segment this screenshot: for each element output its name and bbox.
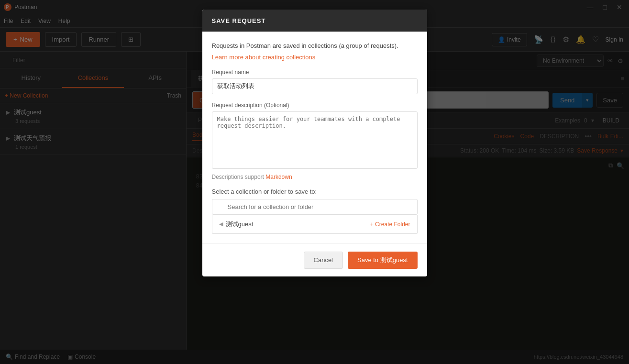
request-name-input[interactable] [212,78,418,94]
cancel-button[interactable]: Cancel [304,252,343,269]
modal-overlay: SAVE REQUEST Requests in Postman are sav… [0,0,629,364]
request-desc-textarea[interactable] [212,111,418,169]
request-desc-label: Request description (Optional) [212,102,418,109]
request-name-label: Request name [212,69,418,76]
collection-search-input[interactable] [212,199,418,215]
modal-description: Requests in Postman are saved in collect… [212,41,418,51]
modal-footer: Cancel Save to 测试guest [202,243,427,276]
modal-body: Requests in Postman are saved in collect… [202,32,427,243]
save-to-button[interactable]: Save to 测试guest [348,252,418,269]
request-desc-group: Request description (Optional) Descripti… [212,102,418,180]
collection-item-chevron: ◀ [219,221,223,227]
collection-list-item[interactable]: ◀ 测试guest + Create Folder [212,215,417,233]
learn-more-link[interactable]: Learn more about creating collections [212,54,316,61]
modal-title: SAVE REQUEST [212,17,266,24]
save-request-modal: SAVE REQUEST Requests in Postman are sav… [202,10,427,276]
collection-select-label: Select a collection or folder to save to… [212,188,418,195]
collection-list: ◀ 测试guest + Create Folder [212,215,418,234]
modal-header: SAVE REQUEST [202,10,427,32]
collection-item-name: 测试guest [226,220,254,229]
create-folder-link[interactable]: + Create Folder [370,221,410,228]
request-name-group: Request name [212,69,418,94]
collection-search-wrapper: 🔍 [212,199,418,215]
markdown-link[interactable]: Markdown [265,174,292,180]
markdown-note: Descriptions support Markdown [212,174,418,180]
